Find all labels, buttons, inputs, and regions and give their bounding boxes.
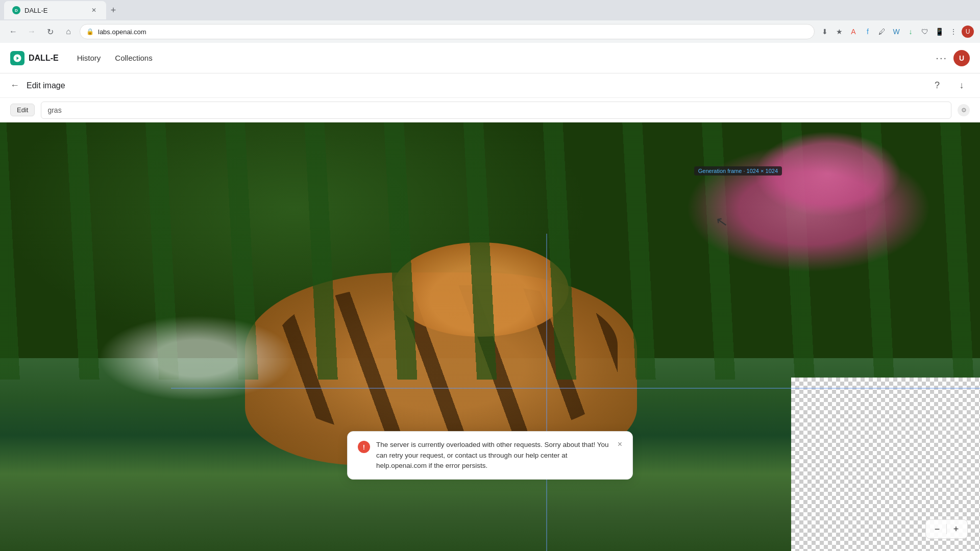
profile-icon[interactable]: U xyxy=(962,26,974,38)
header-right: ··· U xyxy=(936,50,970,66)
home-button[interactable]: ⌂ xyxy=(61,24,76,39)
logo-icon xyxy=(10,51,24,65)
main-nav: History Collections xyxy=(71,51,159,65)
reload-button[interactable]: ↻ xyxy=(43,24,57,39)
tiger-head xyxy=(392,242,569,337)
back-arrow-icon: ← xyxy=(10,80,19,91)
extension-icon-7[interactable]: ↓ xyxy=(904,26,917,38)
app-header: DALL-E History Collections ··· U xyxy=(0,43,980,73)
extension-icon-6[interactable]: W xyxy=(890,26,902,38)
zoom-divider xyxy=(946,524,947,534)
extension-icon-8[interactable]: 🛡 xyxy=(919,26,931,38)
edit-toolbar: Edit ⚙ xyxy=(0,98,980,122)
page-top-bar: ← Edit image ? ↓ xyxy=(0,73,980,98)
extension-icon-10[interactable]: ⋮ xyxy=(947,26,960,38)
error-toast: ! The server is currently overloaded wit… xyxy=(347,431,633,480)
page-content: ← Edit image ? ↓ Edit ⚙ xyxy=(0,73,980,551)
toast-close-button[interactable]: × xyxy=(618,440,622,449)
new-tab-button[interactable]: + xyxy=(106,3,120,17)
back-button[interactable]: ← Edit image xyxy=(10,80,65,91)
extension-icon-3[interactable]: A xyxy=(847,26,860,38)
tiger-scene: Generation frame · 1024 × 1024 xyxy=(0,122,980,551)
canvas-divider-vertical xyxy=(546,234,547,551)
user-avatar[interactable]: U xyxy=(953,50,970,66)
canvas-divider-horizontal xyxy=(171,388,980,389)
active-tab[interactable]: D DALL-E ✕ xyxy=(4,1,106,19)
nav-history[interactable]: History xyxy=(71,51,107,65)
forward-nav-button[interactable]: → xyxy=(24,24,39,39)
back-nav-button[interactable]: ← xyxy=(6,24,20,39)
extension-icon-9[interactable]: 📱 xyxy=(933,26,945,38)
edit-prompt-input[interactable] xyxy=(41,102,951,119)
edit-options-button[interactable]: ⚙ xyxy=(958,104,970,116)
app-logo: DALL-E xyxy=(10,51,59,65)
tab-close-button[interactable]: ✕ xyxy=(90,6,98,14)
header-more-button[interactable]: ··· xyxy=(936,52,947,64)
toast-warning-icon: ! xyxy=(358,441,370,453)
top-bar-right: ? ↓ xyxy=(929,78,970,94)
toolbar-icons: ⬇ ★ A f 🖊 W ↓ 🛡 📱 ⋮ U xyxy=(819,26,974,38)
address-bar[interactable]: 🔒 labs.openai.com xyxy=(80,24,815,39)
image-area[interactable]: Generation frame · 1024 × 1024 ↖ ! The s… xyxy=(0,122,980,551)
tab-favicon: D xyxy=(12,6,20,14)
dalle-logo-svg xyxy=(13,54,22,63)
toast-message: The server is currently overloaded with … xyxy=(376,440,611,471)
extension-icon-1[interactable]: ⬇ xyxy=(819,26,831,38)
page-title: Edit image xyxy=(27,81,65,90)
zoom-in-button[interactable]: + xyxy=(949,522,963,536)
download-button[interactable]: ↓ xyxy=(953,78,970,94)
edit-tab-button[interactable]: Edit xyxy=(10,104,35,116)
app-name: DALL-E xyxy=(29,54,59,63)
zoom-controls: − + xyxy=(925,519,968,539)
nav-collections[interactable]: Collections xyxy=(109,51,158,65)
url-display: labs.openai.com xyxy=(98,28,146,36)
tab-bar: D DALL-E ✕ + xyxy=(0,0,980,20)
extension-icon-5[interactable]: 🖊 xyxy=(876,26,888,38)
generation-tooltip: Generation frame · 1024 × 1024 xyxy=(694,166,782,176)
zoom-out-button[interactable]: − xyxy=(930,522,944,536)
tab-title: DALL-E xyxy=(24,7,48,14)
browser-chrome: D DALL-E ✕ + ← → ↻ ⌂ 🔒 labs.openai.com ⬇… xyxy=(0,0,980,43)
extension-icon-2[interactable]: ★ xyxy=(833,26,845,38)
extension-icon-4[interactable]: f xyxy=(862,26,874,38)
browser-toolbar: ← → ↻ ⌂ 🔒 labs.openai.com ⬇ ★ A f 🖊 W ↓ … xyxy=(0,20,980,43)
help-button[interactable]: ? xyxy=(929,78,945,94)
